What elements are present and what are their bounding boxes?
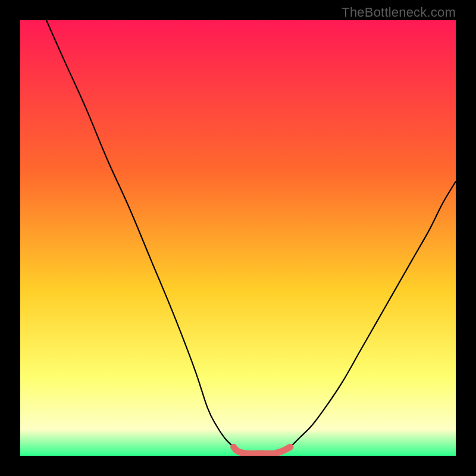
watermark-text: TheBottleneck.com: [342, 5, 456, 20]
gradient-background: [20, 20, 456, 456]
chart-svg: [20, 20, 456, 456]
plot-area: [20, 20, 456, 456]
chart-frame: TheBottleneck.com: [0, 0, 476, 476]
